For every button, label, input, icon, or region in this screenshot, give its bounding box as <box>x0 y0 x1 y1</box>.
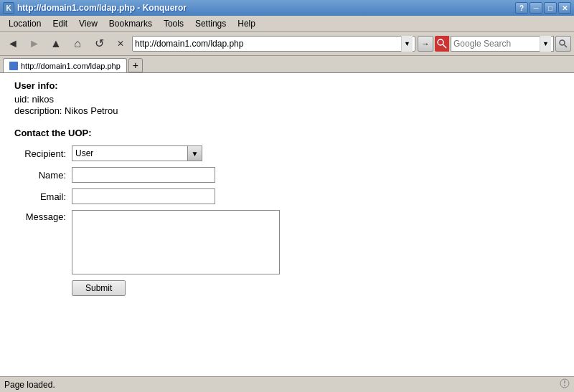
search-dropdown[interactable]: ▼ <box>540 36 551 52</box>
tabbar: http://domain1.com/ldap.php + <box>0 56 574 73</box>
contact-form-section: Contact the UOP: Recipient: User Admin S… <box>14 128 445 296</box>
maximize-button[interactable]: □ <box>544 2 557 14</box>
up-button[interactable]: ▲ <box>46 34 66 53</box>
reload-button[interactable]: ↺ <box>89 34 109 53</box>
home-button[interactable]: ⌂ <box>67 34 88 53</box>
svg-line-3 <box>565 44 568 47</box>
message-textarea[interactable] <box>72 210 280 274</box>
status-icon <box>560 378 570 391</box>
toolbar: ◄ ► ▲ ⌂ ↺ ✕ ▼ → ▼ <box>0 32 574 56</box>
close-button[interactable]: ✕ <box>558 2 571 14</box>
uid-line: uid: nikos <box>14 94 445 105</box>
search-button[interactable] <box>555 36 571 52</box>
address-bar-area: ▼ → <box>132 36 433 52</box>
window-title: http://domain1.com/ldap.php - Konqueror <box>17 3 187 13</box>
select-arrow-icon[interactable]: ▼ <box>188 145 202 161</box>
page-content: User info: uid: nikos description: Nikos… <box>0 73 574 376</box>
address-dropdown[interactable]: ▼ <box>401 36 413 52</box>
svg-point-6 <box>564 385 565 386</box>
menu-location[interactable]: Location <box>3 17 47 30</box>
titlebar: K http://domain1.com/ldap.php - Konquero… <box>0 0 574 16</box>
address-bar[interactable]: ▼ <box>132 36 415 52</box>
search-bar[interactable]: ▼ <box>451 36 554 52</box>
description-line: description: Nikos Petrou <box>14 105 445 116</box>
status-text: Page loaded. <box>4 380 55 390</box>
menu-view[interactable]: View <box>73 17 103 30</box>
stop-button[interactable]: ✕ <box>110 34 131 53</box>
user-info-section: User info: uid: nikos description: Nikos… <box>14 80 445 116</box>
message-row: Message: <box>14 210 445 274</box>
search-input[interactable] <box>453 39 540 49</box>
minimize-button[interactable]: ─ <box>530 2 542 14</box>
svg-point-0 <box>438 39 443 45</box>
recipient-select-wrap: User Admin Support ▼ <box>72 145 202 161</box>
svg-line-1 <box>443 44 446 48</box>
submit-button[interactable]: Submit <box>72 280 126 296</box>
menu-tools[interactable]: Tools <box>158 17 189 30</box>
name-label: Name: <box>14 170 72 181</box>
name-row: Name: <box>14 167 445 183</box>
recipient-select[interactable]: User Admin Support <box>72 145 188 161</box>
menubar: Location Edit View Bookmarks Tools Setti… <box>0 16 574 32</box>
forward-button[interactable]: ► <box>24 34 44 53</box>
submit-row: Submit <box>14 280 445 296</box>
active-tab[interactable]: http://domain1.com/ldap.php <box>3 58 127 72</box>
app-icon: K <box>3 2 14 14</box>
menu-bookmarks[interactable]: Bookmarks <box>103 17 158 30</box>
menu-edit[interactable]: Edit <box>47 17 73 30</box>
new-tab-button[interactable]: + <box>128 58 143 72</box>
email-input[interactable] <box>72 188 215 204</box>
search-engine-icon <box>435 36 449 52</box>
go-button[interactable]: → <box>418 36 433 52</box>
email-row: Email: <box>14 188 445 204</box>
search-area: ▼ <box>435 36 571 52</box>
menu-settings[interactable]: Settings <box>189 17 232 30</box>
name-input[interactable] <box>72 167 215 183</box>
email-label: Email: <box>14 191 72 202</box>
recipient-label: Recipient: <box>14 148 72 159</box>
recipient-row: Recipient: User Admin Support ▼ <box>14 145 445 161</box>
statusbar: Page loaded. <box>0 376 574 392</box>
menu-help[interactable]: Help <box>232 17 261 30</box>
address-input[interactable] <box>135 39 401 49</box>
help-button[interactable]: ? <box>515 2 528 14</box>
tab-favicon <box>9 62 18 70</box>
user-info-heading: User info: <box>14 80 445 91</box>
back-button[interactable]: ◄ <box>3 34 23 53</box>
message-label: Message: <box>14 210 72 222</box>
tab-label: http://domain1.com/ldap.php <box>21 62 121 70</box>
contact-heading: Contact the UOP: <box>14 128 445 138</box>
svg-point-2 <box>560 40 565 45</box>
